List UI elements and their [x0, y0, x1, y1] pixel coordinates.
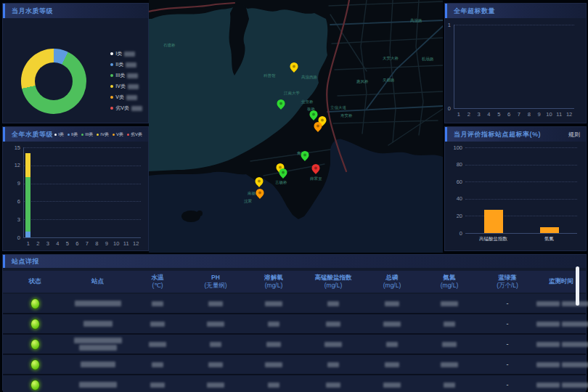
panel-month-quality-header: 当月水质等级 [3, 4, 148, 18]
legend-item: IV类 [110, 83, 142, 90]
value-redacted [149, 342, 166, 347]
value-redacted [326, 383, 340, 388]
value-redacted [265, 301, 282, 306]
value-redacted [324, 342, 342, 347]
station-name-redacted [79, 345, 117, 351]
legend-dot-icon [97, 134, 99, 136]
axis-tick-label: 60 [445, 179, 462, 185]
time-redacted [536, 383, 560, 388]
value-cell [187, 383, 245, 388]
map[interactable]: 石塘桥科普馆江南大学高浪西路北亚桥板桥立信大道寿安桥青祁桥薛家里古杨桥南杨桥沈家… [149, 0, 443, 253]
value-redacted [152, 301, 163, 306]
column-name: 高锰酸盐指数 [303, 274, 364, 282]
year-quality-legend: I类II类III类IV类V类劣V类 [54, 131, 142, 138]
panel-title: 全年水质等级 [12, 130, 53, 139]
time-redacted [562, 362, 588, 367]
legend-item: 劣V类 [127, 131, 142, 138]
axis-tick-label: 20 [445, 213, 462, 219]
value-redacted [208, 301, 223, 306]
legend-dot-icon [113, 134, 115, 136]
axis-tick-label: 12 [3, 162, 20, 168]
axis-tick-label: 氨氮 [520, 236, 579, 242]
legend-value-redacted [127, 73, 138, 78]
gridline [465, 181, 577, 182]
legend-dot-icon [127, 134, 129, 136]
station-name-redacted [83, 321, 113, 327]
table-body: ----- [3, 294, 586, 392]
value-redacted [150, 383, 165, 388]
status-cell [3, 359, 67, 370]
column-name: 总磷 [364, 274, 420, 282]
stacked-bar-segment [25, 153, 30, 177]
gridline [465, 199, 577, 200]
axis-tick-label: 80 [445, 161, 462, 168]
map-place-label: 吴都路 [383, 78, 395, 83]
map-place-label: 科普馆 [264, 73, 276, 78]
value-cell [187, 322, 245, 327]
y-axis-line [454, 25, 454, 108]
value-cell [303, 362, 364, 367]
table-scrollbar[interactable] [576, 266, 579, 306]
legend-dot-icon [110, 96, 113, 99]
gridline [23, 147, 141, 148]
value-cell [245, 301, 303, 306]
x-axis-line [454, 108, 574, 109]
time-redacted [536, 342, 560, 347]
rules-link[interactable]: 规则 [568, 131, 580, 139]
map-canvas: 石塘桥科普馆江南大学高浪西路北亚桥板桥立信大道寿安桥青祁桥薛家里古杨桥南杨桥沈家… [149, 0, 443, 253]
value-cell [245, 362, 303, 367]
value-redacted [265, 362, 282, 367]
value-cell [245, 342, 303, 347]
algae-cell: - [478, 361, 536, 368]
map-place-label: 高浪路 [410, 18, 422, 23]
column-unit: (mg/L) [303, 282, 364, 290]
legend-item: II类 [110, 61, 142, 68]
column-unit: (无量纲) [187, 282, 245, 290]
value-redacted [444, 322, 455, 327]
time-cell [536, 322, 588, 327]
legend-label: IV类 [115, 83, 126, 90]
stacked-bar-segment [25, 232, 30, 237]
time-cell [536, 383, 588, 388]
panel-title: 当月评价指标站点超标率(%) [454, 130, 541, 139]
gridline [465, 216, 577, 216]
gridline [23, 184, 141, 184]
time-cell [536, 301, 588, 306]
value-redacted [268, 383, 279, 388]
status-ok-icon [30, 359, 40, 370]
column-unit: (万个/L) [478, 282, 536, 290]
legend-item: I类 [110, 50, 142, 57]
time-redacted [562, 301, 588, 306]
value-redacted [444, 383, 455, 388]
month-quality-chart: I类II类III类IV类V类劣V类 [3, 18, 148, 123]
time-redacted [562, 342, 588, 347]
legend-dot-icon [68, 134, 70, 136]
column-unit: (℃) [128, 282, 187, 290]
table-row: - [3, 335, 586, 355]
legend-label: III类 [85, 131, 93, 138]
axis-tick-label: 15 [3, 144, 20, 151]
column-name: 溶解氧 [245, 274, 303, 282]
algae-cell: - [478, 381, 536, 388]
column-name: PH [187, 274, 245, 282]
status-ok-icon [30, 319, 40, 330]
legend-dot-icon [110, 74, 113, 77]
donut-hole [35, 62, 73, 100]
panel-station-table: 站点详报 状态站点水温(℃)PH(无量纲)溶解氧(mg/L)高锰酸盐指数(mg/… [2, 254, 587, 391]
map-islet [197, 211, 203, 216]
value-cell [245, 322, 303, 327]
legend-item: 劣V类 [110, 105, 142, 112]
panel-title: 站点详报 [12, 257, 39, 266]
value-redacted [210, 342, 221, 347]
map-place-label: 薛家里 [310, 176, 322, 181]
panel-exceed-year-header: 全年超标数量 [445, 4, 586, 18]
axis-tick-label: 0 [3, 234, 20, 241]
column-header: 总磷(mg/L) [364, 274, 420, 290]
value-redacted [207, 383, 224, 388]
value-redacted [268, 322, 279, 327]
column-name: 状态 [3, 277, 67, 285]
value-redacted [326, 322, 340, 327]
gridline [23, 219, 141, 220]
time-cell [536, 342, 588, 347]
exceed-year-chart: 01123456789101112 [445, 18, 586, 123]
